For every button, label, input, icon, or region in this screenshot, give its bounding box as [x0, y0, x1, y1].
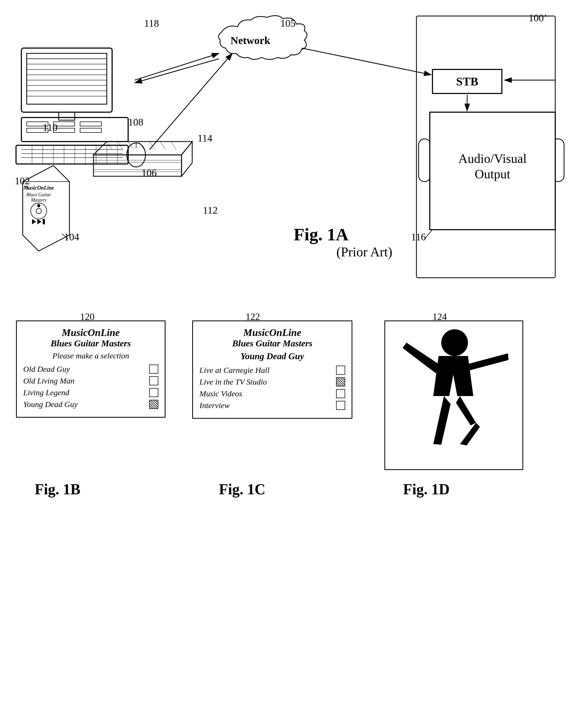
fig1c-item-1: Live at Carnegie Hall	[199, 366, 345, 375]
fig1b-label: Fig. 1B	[35, 481, 80, 498]
fig1b-item-1: Old Dead Guy	[23, 365, 158, 374]
av-output: Audio/Visual Output	[419, 112, 564, 230]
svg-rect-52	[93, 170, 182, 172]
fig1b-item-3: Living Legend	[23, 388, 158, 397]
svg-text:106: 106	[141, 167, 157, 178]
svg-point-60	[36, 208, 41, 214]
fig1b-title: MusicOnLine	[23, 327, 158, 338]
fig1b-checkbox-1	[149, 365, 158, 374]
svg-rect-15	[80, 122, 101, 126]
ref-100: 100	[529, 12, 544, 23]
fig1b-item-4-label: Young Dead Guy	[23, 400, 78, 409]
ref-120: 120	[80, 311, 95, 322]
svg-rect-37	[419, 139, 431, 182]
fig1c-item-2-label: Live in the TV Studio	[199, 377, 267, 387]
svg-text:112: 112	[203, 205, 218, 216]
fig1c-item-3: Music Videos	[199, 389, 345, 398]
fig1c-item-4-label: Interview	[199, 401, 230, 410]
ref-124: 124	[433, 311, 447, 322]
svg-line-50	[171, 141, 176, 149]
fig1c-item-1-label: Live at Carnegie Hall	[199, 366, 269, 375]
fig1b-item-1-label: Old Dead Guy	[23, 365, 70, 374]
fig1b-item-2-label: Old Living Man	[23, 376, 75, 385]
svg-text:Network: Network	[231, 34, 271, 46]
svg-line-71	[302, 48, 431, 75]
ref-118: 118	[144, 18, 159, 29]
svg-rect-18	[80, 128, 101, 132]
fig1c-checkbox-4	[336, 401, 345, 410]
svg-line-49	[160, 141, 165, 149]
fig1b-box: MusicOnLine Blues Guitar Masters Please …	[16, 320, 165, 418]
fig1d-label: Fig. 1D	[403, 481, 450, 498]
fig1c-title: MusicOnLine	[199, 327, 345, 338]
svg-text:102: 102	[15, 175, 30, 186]
fig1c-label: Fig. 1C	[219, 481, 265, 498]
svg-text:110: 110	[43, 122, 58, 133]
fig1b-checkbox-2	[149, 376, 158, 385]
svg-text:Blues Guitar: Blues Guitar	[26, 192, 51, 197]
svg-text:116: 116	[411, 231, 426, 242]
fig1b-prompt: Please make a selection	[23, 351, 158, 360]
fig1c-item-2: Live in the TV Studio	[199, 377, 345, 387]
svg-rect-11	[59, 112, 75, 120]
svg-text:108: 108	[128, 116, 143, 128]
fig1b-item-4: Young Dead Guy	[23, 400, 158, 409]
svg-line-79	[408, 347, 435, 368]
svg-point-64	[37, 204, 40, 207]
svg-marker-62	[37, 219, 41, 224]
page: 100 ' 118 105	[0, 0, 571, 728]
ref-122: 122	[246, 311, 260, 322]
svg-text:Audio/Visual: Audio/Visual	[458, 151, 527, 166]
fig1b-subtitle: Blues Guitar Masters	[23, 338, 158, 348]
fig1c-box: MusicOnLine Blues Guitar Masters Young D…	[192, 320, 352, 419]
svg-point-78	[441, 329, 468, 356]
svg-line-70	[135, 59, 219, 83]
svg-text:': '	[545, 12, 547, 23]
fig1c-checkbox-1	[336, 366, 345, 375]
svg-line-47	[139, 141, 144, 149]
svg-marker-61	[32, 219, 36, 224]
guitarist-silhouette	[385, 321, 524, 471]
fig1c-item-3-label: Music Videos	[199, 389, 242, 398]
svg-line-46	[128, 141, 133, 149]
stb-label: STB	[456, 75, 478, 88]
fig1c-checkbox-3	[336, 389, 345, 398]
fig1c-subtitle: Blues Guitar Masters	[199, 338, 345, 348]
fig1b-item-2: Old Living Man	[23, 376, 158, 385]
fig1b-checkbox-3	[149, 388, 158, 397]
svg-rect-63	[43, 219, 45, 224]
svg-line-69	[135, 54, 219, 80]
svg-text:Masters: Masters	[31, 197, 46, 203]
svg-rect-2	[27, 54, 107, 104]
svg-text:Output: Output	[475, 167, 510, 181]
computer-illustration	[16, 48, 145, 167]
fig1b-checkbox-4	[149, 400, 158, 409]
fig1c-artist: Young Dead Guy	[199, 351, 345, 361]
fig1d-box	[384, 320, 523, 470]
fig1a-label: Fig. 1A	[294, 225, 349, 244]
fig1c-item-4: Interview	[199, 401, 345, 410]
fig1a-sub: (Prior Art)	[336, 244, 392, 259]
svg-line-75	[149, 54, 232, 149]
fig1c-checkbox-2	[336, 377, 345, 387]
svg-text:104: 104	[64, 231, 79, 242]
fig1b-item-3-label: Living Legend	[23, 388, 70, 397]
svg-text:114: 114	[198, 132, 213, 144]
